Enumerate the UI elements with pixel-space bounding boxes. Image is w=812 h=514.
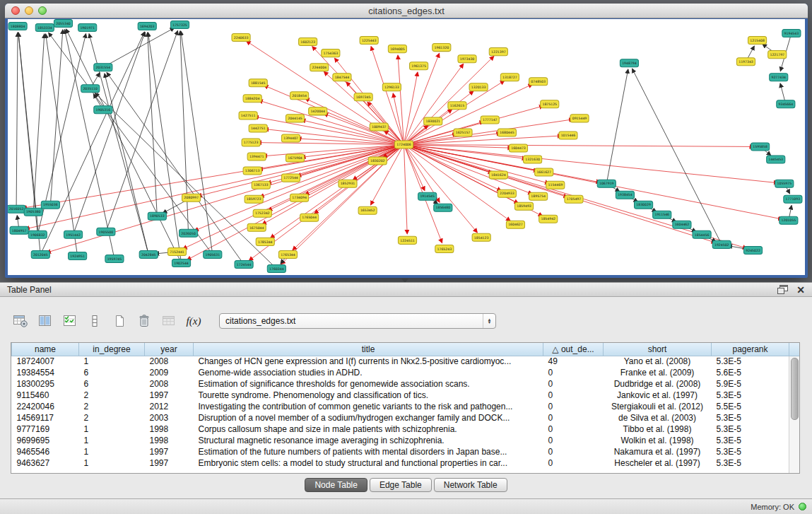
graph-node[interactable]: 1895754 bbox=[529, 192, 548, 200]
table-row[interactable]: 946554611997Estimation of the future num… bbox=[12, 446, 789, 457]
cell-name[interactable]: 9465546 bbox=[12, 446, 79, 457]
graph-node[interactable]: 9245022 bbox=[743, 246, 762, 254]
memory-indicator[interactable] bbox=[799, 503, 806, 510]
graph-node[interactable]: 1772544 bbox=[281, 174, 300, 182]
network-canvas[interactable]: 1808804185333420553401901971169420317573… bbox=[8, 19, 805, 275]
graph-node[interactable]: 1771093 bbox=[784, 195, 802, 203]
graph-node[interactable]: 1296133 bbox=[382, 83, 401, 91]
graph-node[interactable]: 2240633 bbox=[232, 34, 250, 42]
graph-edge[interactable] bbox=[404, 144, 777, 182]
cell-short[interactable]: Wolkin et al. (1998) bbox=[604, 435, 712, 446]
column-header-out-de[interactable]: △ out_de... bbox=[543, 343, 604, 356]
cell-year[interactable]: 2008 bbox=[145, 378, 194, 390]
table-row[interactable]: 977716911998Corpus callosum shape and si… bbox=[12, 424, 789, 435]
delete-column-button[interactable] bbox=[135, 313, 153, 329]
graph-node[interactable]: 1724544 bbox=[235, 260, 253, 268]
cell-year[interactable]: 2008 bbox=[145, 356, 194, 367]
graph-edge[interactable] bbox=[47, 144, 404, 252]
cell-in-degree[interactable]: 1 bbox=[79, 356, 145, 367]
minimize-window-button[interactable] bbox=[25, 6, 33, 15]
cell-out-de[interactable]: 0 bbox=[543, 390, 604, 401]
graph-node[interactable]: 1225443 bbox=[360, 37, 378, 45]
graph-node[interactable]: 1961375 bbox=[410, 62, 428, 70]
cell-pagerank[interactable]: 5.3E-5 bbox=[712, 435, 789, 446]
cell-name[interactable]: 9777169 bbox=[12, 424, 79, 435]
graph-node[interactable]: 2055340 bbox=[54, 20, 72, 28]
cell-out-de[interactable]: 0 bbox=[543, 424, 604, 435]
graph-node[interactable]: 1959745 bbox=[105, 255, 124, 262]
close-panel-icon[interactable]: ✕ bbox=[796, 285, 805, 295]
graph-node[interactable]: 1804957 bbox=[10, 226, 28, 234]
graph-edge[interactable] bbox=[404, 136, 561, 145]
cell-pagerank[interactable]: 5.3E-5 bbox=[712, 412, 789, 424]
graph-node[interactable]: 9194543 bbox=[782, 30, 801, 37]
graph-node[interactable]: 1911546 bbox=[653, 211, 671, 218]
graph-node[interactable]: 1675044 bbox=[247, 223, 266, 231]
cell-short[interactable]: Yano et al. (2008) bbox=[604, 356, 712, 367]
cell-out-de[interactable]: 0 bbox=[543, 401, 604, 412]
graph-node[interactable]: 1830021 bbox=[424, 117, 442, 125]
cell-pagerank[interactable]: 5.3E-5 bbox=[712, 457, 789, 469]
graph-node[interactable]: 1884204 bbox=[243, 95, 261, 103]
cell-in-degree[interactable]: 1 bbox=[79, 446, 145, 457]
graph-edge[interactable] bbox=[305, 98, 404, 144]
graph-node[interactable]: 1694203 bbox=[138, 23, 156, 30]
graph-node[interactable]: 1775123 bbox=[242, 139, 260, 146]
graph-edge[interactable] bbox=[404, 72, 417, 144]
cell-out-de[interactable]: 0 bbox=[543, 378, 604, 390]
function-builder-button[interactable]: f(x) bbox=[184, 313, 203, 329]
table-mode-button[interactable] bbox=[11, 313, 30, 329]
graph-node[interactable]: 1604473 bbox=[509, 144, 527, 152]
graph-node[interactable]: 1221397 bbox=[489, 48, 507, 56]
graph-edge[interactable] bbox=[66, 29, 181, 263]
graph-node[interactable]: 0748503 bbox=[529, 78, 548, 86]
graph-edge[interactable] bbox=[259, 100, 404, 145]
graph-node[interactable]: 1905316 bbox=[94, 106, 112, 114]
cell-in-degree[interactable]: 2 bbox=[79, 390, 145, 401]
cell-name[interactable]: 18724007 bbox=[12, 356, 79, 367]
cell-title[interactable]: Tourette syndrome. Phenomenology and cla… bbox=[194, 390, 543, 401]
cell-title[interactable]: Genome-wide association studies in ADHD. bbox=[194, 367, 543, 378]
cell-year[interactable]: 2003 bbox=[145, 412, 194, 424]
graph-node[interactable]: 1321630 bbox=[524, 156, 542, 163]
cell-title[interactable]: Estimation of significance thresholds fo… bbox=[194, 378, 543, 390]
cell-title[interactable]: Corpus callosum shape and size in male p… bbox=[194, 424, 543, 435]
graph-node[interactable]: 1901971 bbox=[78, 24, 97, 32]
graph-node[interactable]: 1734094 bbox=[290, 194, 308, 201]
graph-edge[interactable] bbox=[181, 31, 213, 255]
cell-name[interactable]: 19384554 bbox=[12, 367, 79, 378]
graph-node[interactable]: 1854456 bbox=[693, 230, 711, 238]
table-row[interactable]: 1872400712008Changes of HCN gene express… bbox=[12, 356, 789, 367]
graph-node[interactable]: 1318727 bbox=[500, 74, 519, 81]
cell-title[interactable]: Structural magnetic resonance image aver… bbox=[194, 435, 543, 446]
graph-node[interactable]: 9345664 bbox=[777, 100, 795, 108]
graph-node[interactable]: 1653452 bbox=[358, 206, 377, 214]
cell-title[interactable]: Changes of HCN gene expression and I(f) … bbox=[194, 356, 543, 367]
graph-node[interactable]: 1852931 bbox=[339, 180, 357, 187]
cell-name[interactable]: 9463627 bbox=[12, 457, 79, 469]
graph-node[interactable]: 1201055 bbox=[779, 216, 798, 224]
column-header-title[interactable]: title bbox=[194, 343, 543, 356]
graph-node[interactable]: 1221797 bbox=[768, 51, 787, 59]
graph-node[interactable]: 1808804 bbox=[8, 23, 27, 30]
graph-node[interactable]: 2042845 bbox=[139, 250, 158, 258]
graph-node[interactable]: 1859723 bbox=[245, 195, 263, 203]
graph-node[interactable]: 1015446 bbox=[559, 132, 577, 139]
cell-pagerank[interactable]: 5.3E-5 bbox=[712, 390, 789, 401]
graph-node[interactable]: 1853334 bbox=[35, 24, 54, 32]
graph-node[interactable]: 1777147 bbox=[481, 116, 499, 124]
graph-node[interactable]: 1955036 bbox=[41, 201, 59, 209]
graph-node[interactable]: 1765243 bbox=[435, 245, 454, 252]
graph-node[interactable]: 1902544 bbox=[172, 259, 190, 267]
graph-node[interactable]: 7152441 bbox=[167, 247, 186, 255]
graph-node[interactable]: 1854942 bbox=[539, 215, 558, 223]
graph-node[interactable]: 2080997 bbox=[182, 194, 201, 201]
cell-out-de[interactable]: 49 bbox=[543, 356, 604, 367]
graph-node[interactable]: 1394471 bbox=[247, 153, 266, 160]
cell-out-de[interactable]: 0 bbox=[543, 412, 604, 424]
graph-node[interactable]: 1754363 bbox=[322, 49, 340, 57]
cell-name[interactable]: 9699695 bbox=[12, 435, 79, 446]
cell-short[interactable]: Jankovic et al. (1997) bbox=[604, 390, 712, 401]
row-height-button[interactable] bbox=[86, 313, 104, 329]
graph-node[interactable]: 1661627 bbox=[535, 168, 553, 176]
